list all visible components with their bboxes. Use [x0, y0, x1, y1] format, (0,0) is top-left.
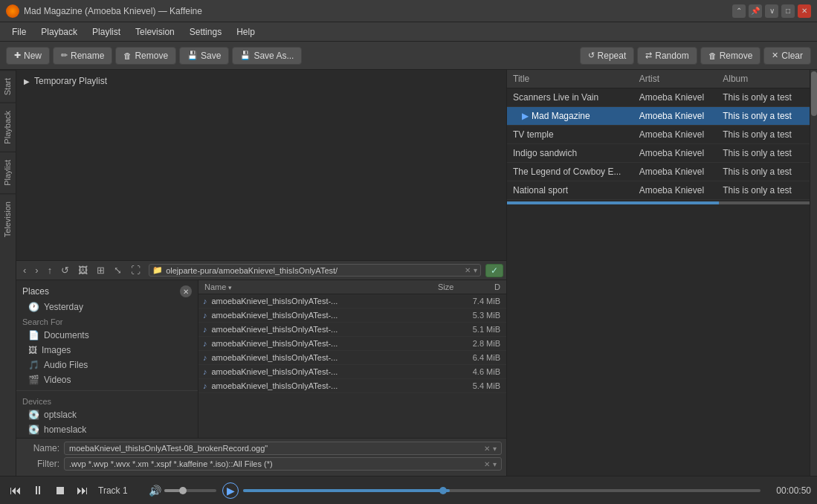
name-clear-btn[interactable]: ✕	[484, 445, 490, 453]
fb-image-btn[interactable]: 🖼	[74, 263, 91, 277]
col-album[interactable]: Album	[717, 70, 810, 88]
track-album-3: This is only a test	[717, 144, 810, 163]
track-row-2[interactable]: TV templeAmoeba KnievelThis is only a te…	[507, 126, 810, 144]
fb-refresh-btn[interactable]: ↺	[57, 263, 73, 277]
save-as-button[interactable]: 💾 Save As...	[232, 47, 302, 65]
file-list-area: Places ✕ 🕐 Yesterday Search For 📄 Docume…	[16, 280, 506, 438]
fb-back-btn[interactable]: ‹	[19, 263, 30, 277]
skip-back-btn[interactable]: ⏮	[6, 481, 25, 500]
menu-help[interactable]: Help	[229, 24, 262, 40]
fb-grid-btn[interactable]: ⊞	[93, 263, 109, 277]
col-artist[interactable]: Artist	[633, 70, 717, 88]
filter-dropdown-btn[interactable]: ▾	[493, 460, 497, 468]
volume-thumb[interactable]	[179, 487, 187, 494]
save-button[interactable]: 💾 Save	[179, 47, 229, 65]
file-row-5[interactable]: ♪ amoebaKnievel_thisIsOnlyATest-... 4.6 …	[198, 365, 506, 379]
track-artist-0: Amoeba Knievel	[633, 88, 717, 107]
side-tab-start[interactable]: Start	[0, 70, 16, 103]
track-row-0[interactable]: Scanners Live in VainAmoeba KnievelThis …	[507, 88, 810, 107]
name-label: Name:	[21, 443, 59, 453]
title-pin-btn[interactable]: 📌	[749, 4, 762, 18]
menu-playlist[interactable]: Playlist	[85, 24, 128, 40]
progress-track[interactable]	[243, 489, 761, 492]
col-name-header[interactable]: Name ▾	[198, 282, 432, 291]
repeat-icon: ↺	[588, 51, 595, 60]
menu-file[interactable]: File	[4, 24, 33, 40]
track-row-1[interactable]: ▶Mad MagazineAmoeba KnievelThis is only …	[507, 107, 810, 126]
fb-up-btn[interactable]: ↑	[44, 263, 56, 277]
file-row-0[interactable]: ♪ amoebaKnievel_thisIsOnlyATest-... 7.4 …	[198, 294, 506, 308]
name-dropdown-btn[interactable]: ▾	[493, 445, 497, 453]
filter-clear-btn[interactable]: ✕	[484, 460, 490, 468]
title-maximize-up-btn[interactable]: ⌃	[732, 4, 746, 18]
menu-television[interactable]: Television	[128, 24, 182, 40]
clear-button[interactable]: ✕ Clear	[763, 47, 811, 65]
remove-right-button[interactable]: 🗑 Remove	[700, 47, 761, 65]
places-close-btn[interactable]: ✕	[180, 285, 192, 297]
menu-settings[interactable]: Settings	[182, 24, 229, 40]
track-scrollbar-thumb[interactable]	[811, 71, 817, 116]
random-button[interactable]: ⇄ Random	[637, 47, 697, 65]
remove-icon: 🗑	[123, 51, 132, 60]
remove-button[interactable]: 🗑 Remove	[115, 47, 176, 65]
fb-path-clear-btn[interactable]: ✕	[465, 266, 471, 274]
side-tab-playback[interactable]: Playback	[0, 103, 16, 152]
remove-label: Remove	[135, 51, 168, 61]
pause-btn[interactable]: ⏸	[28, 481, 48, 500]
sidebar-item-homeslack[interactable]: 💽 homeslack	[16, 422, 198, 437]
track-row-3[interactable]: Indigo sandwichAmoeba KnievelThis is onl…	[507, 144, 810, 163]
sidebar-item-optslack[interactable]: 💽 optslack	[16, 407, 198, 422]
file-row-6[interactable]: ♪ amoebaKnievel_thisIsOnlyATest-... 5.4 …	[198, 379, 506, 393]
fb-resize-btn[interactable]: ⤡	[110, 263, 126, 277]
file-row-1[interactable]: ♪ amoebaKnievel_thisIsOnlyATest-... 5.3 …	[198, 308, 506, 323]
file-row-2[interactable]: ♪ amoebaKnievel_thisIsOnlyATest-... 5.1 …	[198, 323, 506, 337]
file-row-3[interactable]: ♪ amoebaKnievel_thisIsOnlyATest-... 2.8 …	[198, 337, 506, 351]
title-minimize-btn[interactable]: ∨	[765, 4, 778, 18]
fb-fullscreen-btn[interactable]: ⛶	[127, 263, 144, 277]
col-d-header[interactable]: D	[491, 282, 506, 291]
title-bar-left: Mad Magazine (Amoeba Knievel) — Kaffeine	[6, 4, 202, 18]
file-row-4[interactable]: ♪ amoebaKnievel_thisIsOnlyATest-... 6.4 …	[198, 351, 506, 365]
track-scrollbar[interactable]	[810, 70, 817, 476]
new-button[interactable]: ✚ New	[6, 47, 50, 65]
col-title[interactable]: Title	[507, 70, 633, 88]
volume-slider[interactable]	[164, 489, 216, 492]
play-btn[interactable]: ▶	[222, 482, 239, 499]
sidebar-item-yesterday[interactable]: 🕐 Yesterday	[16, 300, 198, 314]
name-field[interactable]: moebaKnievel_thisIsOnlyATest-08_brokenRe…	[64, 442, 502, 455]
side-tab-television[interactable]: Television	[0, 193, 16, 245]
track-label: Track 1	[98, 485, 143, 496]
sidebar-item-images[interactable]: 🖼 Images	[16, 343, 198, 358]
main-content: Start Playback Playlist Television ▶ Tem…	[0, 70, 817, 476]
menu-playback[interactable]: Playback	[33, 24, 85, 40]
progress-thumb[interactable]	[439, 487, 447, 494]
menu-bar: File Playback Playlist Television Settin…	[0, 22, 817, 42]
fb-confirm-btn[interactable]: ✓	[485, 264, 503, 277]
skip-forward-btn[interactable]: ⏭	[73, 481, 92, 500]
track-table-wrapper: Title Artist Album Scanners Live in Vain…	[507, 70, 817, 476]
track-row-4[interactable]: The Legend of Cowboy E...Amoeba KnievelT…	[507, 163, 810, 181]
rename-button[interactable]: ✏ Rename	[53, 47, 112, 65]
filter-field[interactable]: .wvp *.wvp *.wvx *.xm *.xspf *.kaffeine …	[64, 457, 502, 471]
file-browser: ‹ › ↑ ↺ 🖼 ⊞ ⤡ ⛶ 📁 olejparte-pura/amoebaK…	[16, 260, 506, 476]
col-size-header[interactable]: Size	[432, 282, 491, 291]
title-maximize-btn[interactable]: □	[781, 4, 795, 18]
file-size-4: 6.4 MiB	[447, 353, 506, 362]
drive-icon-2: 💽	[28, 424, 39, 435]
repeat-label: Repeat	[598, 51, 627, 61]
side-tab-playlist[interactable]: Playlist	[0, 152, 16, 193]
places-sidebar: Places ✕ 🕐 Yesterday Search For 📄 Docume…	[16, 280, 198, 438]
sidebar-item-audio[interactable]: 🎵 Audio Files	[16, 358, 198, 372]
sidebar-item-documents[interactable]: 📄 Documents	[16, 328, 198, 343]
stop-btn[interactable]: ⏹	[51, 481, 70, 500]
track-title-5: National sport	[507, 181, 633, 200]
fb-forward-btn[interactable]: ›	[31, 263, 42, 277]
title-close-btn[interactable]: ✕	[798, 4, 811, 18]
sidebar-item-videos[interactable]: 🎬 Videos	[16, 372, 198, 387]
playing-indicator: ▶	[522, 111, 529, 121]
track-row-5[interactable]: National sportAmoeba KnievelThis is only…	[507, 181, 810, 200]
track-title-3: Indigo sandwich	[507, 144, 633, 163]
name-value: moebaKnievel_thisIsOnlyATest-08_brokenRe…	[69, 444, 481, 453]
repeat-button[interactable]: ↺ Repeat	[580, 47, 635, 65]
fb-path-dropdown-btn[interactable]: ▾	[474, 266, 477, 274]
